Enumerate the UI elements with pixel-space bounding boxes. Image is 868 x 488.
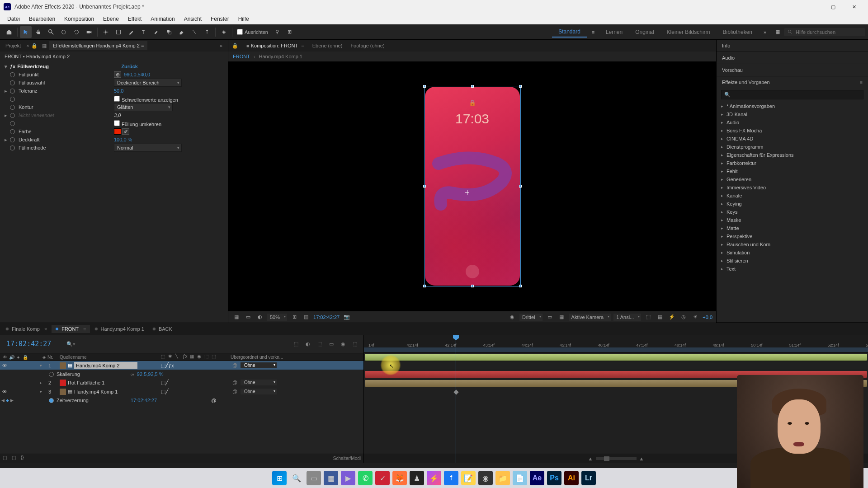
handle-mr[interactable] — [519, 185, 522, 188]
3d-icon[interactable]: ⬚ — [644, 313, 653, 322]
tl-btn-1[interactable]: ⬚ — [292, 340, 300, 348]
link-icon[interactable]: ∞ — [131, 371, 134, 377]
snap-grid-icon[interactable]: ⊞ — [284, 26, 296, 38]
taskbar-app-icon[interactable]: ✓ — [375, 471, 390, 485]
tl-btn-2[interactable]: ◐ — [304, 340, 312, 348]
stopwatch-icon[interactable] — [49, 398, 54, 403]
home-icon[interactable] — [3, 26, 15, 38]
effect-category[interactable]: ▸Simulation — [717, 249, 868, 257]
layer-name[interactable]: Handy.mp4 Komp 2 — [74, 362, 137, 369]
anchor-point-icon[interactable] — [465, 190, 469, 195]
col-solo-icon[interactable]: ● — [15, 354, 21, 360]
taskbar-lr-icon[interactable]: Lr — [581, 471, 596, 485]
effect-name[interactable]: Füllwerkzeug — [17, 64, 121, 69]
timeline-tab[interactable]: Finale Komp× — [2, 325, 51, 333]
kontur-dropdown[interactable]: Glätten — [114, 103, 173, 111]
eyedropper-icon[interactable]: ✐ — [122, 128, 129, 135]
prop-twirl-icon[interactable]: ▸ — [5, 137, 10, 143]
panel-fx-icon[interactable]: ▦ — [40, 42, 48, 50]
type-tool-icon[interactable]: T — [138, 26, 150, 38]
handle-tr[interactable] — [519, 85, 522, 88]
puppet-tool-icon[interactable] — [201, 26, 213, 38]
effect-category[interactable]: ▸Text — [717, 265, 868, 273]
stopwatch-icon[interactable] — [10, 113, 15, 118]
taskbar-notes-icon[interactable]: 📝 — [461, 471, 476, 485]
camera-tool-icon[interactable] — [83, 26, 95, 38]
clone-tool-icon[interactable] — [163, 26, 175, 38]
stopwatch-icon[interactable] — [10, 137, 15, 142]
playhead[interactable] — [456, 335, 456, 463]
tl-foot-3[interactable]: {} — [21, 455, 28, 462]
effect-category[interactable]: ▸Generieren — [717, 175, 868, 183]
menu-fenster[interactable]: Fenster — [206, 14, 234, 23]
effect-category[interactable]: ▸3D-Kanal — [717, 110, 868, 118]
selection-tool-icon[interactable] — [20, 26, 32, 38]
maximize-button[interactable]: ▢ — [823, 0, 844, 14]
workspace-standard[interactable]: Standard — [552, 27, 587, 38]
exposure-icon[interactable]: ☀ — [691, 313, 700, 322]
taskbar-ae-icon[interactable]: Ae — [530, 471, 544, 485]
taskbar-video-icon[interactable]: ▶ — [341, 471, 355, 485]
col-name[interactable]: Quellenname — [58, 355, 161, 360]
pen-tool-icon[interactable] — [125, 26, 137, 38]
timeline-timecode[interactable]: 17:02:42:27 — [0, 338, 57, 350]
mask-icon[interactable]: ◐ — [255, 313, 264, 322]
mocha-icon[interactable]: ◈ — [218, 26, 230, 38]
zoom-out-icon[interactable]: ▲ — [588, 456, 593, 461]
fx-enable-icon[interactable]: ƒx — [10, 64, 15, 69]
tab-projekt[interactable]: Projekt — [2, 41, 24, 50]
taskbar-messenger-icon[interactable]: ⚡ — [427, 471, 441, 485]
effect-category[interactable]: ▸* Animationsvorgaben — [717, 102, 868, 110]
effect-category[interactable]: ▸Fehlt — [717, 167, 868, 175]
pickwhip-icon[interactable]: @ — [232, 389, 239, 395]
camera-dropdown[interactable]: Aktive Kamera — [569, 314, 611, 321]
workspace-lernen[interactable]: Lernen — [599, 27, 629, 37]
fullpunkt-value[interactable]: 960,0,540,0 — [124, 72, 150, 77]
panel-lock-icon[interactable]: 🔒 — [30, 42, 38, 50]
handle-bl[interactable] — [423, 285, 426, 287]
color-swatch[interactable] — [114, 128, 121, 135]
channel-icon[interactable]: ▭ — [244, 313, 253, 322]
tab-effect-controls[interactable]: Effekteinstellungen Handy.mp4 Komp 2 ≡ — [49, 41, 148, 50]
schwellen-checkbox[interactable]: Schwellenwerte anzeigen — [114, 96, 178, 103]
views-dropdown[interactable]: 1 Ansi... — [613, 314, 641, 321]
rotate-tool-icon[interactable] — [71, 26, 82, 38]
parent-dropdown[interactable]: Ohne — [241, 380, 277, 385]
col-audio-icon[interactable]: 🔊 — [9, 354, 14, 360]
minimize-button[interactable]: ─ — [802, 0, 823, 14]
zoom-slider[interactable] — [596, 457, 637, 460]
workspace-bibliotheken[interactable]: Bibliotheken — [717, 27, 759, 37]
eraser-tool-icon[interactable] — [176, 26, 188, 38]
menu-hilfe[interactable]: Hilfe — [234, 14, 254, 23]
stopwatch-icon[interactable] — [10, 72, 15, 77]
kf-prev-icon[interactable]: ◀ — [1, 398, 5, 403]
zoom-dropdown[interactable]: 50% — [267, 314, 287, 321]
exposure-value[interactable]: +0,0 — [703, 314, 712, 320]
stopwatch-icon[interactable] — [10, 80, 15, 85]
stopwatch-icon[interactable] — [10, 89, 15, 94]
tl-btn-6[interactable]: ⬚ — [351, 340, 359, 348]
viewport[interactable]: 🔒 17:03 — [228, 61, 716, 311]
stopwatch-icon[interactable] — [10, 105, 15, 110]
layer-bar[interactable] — [365, 354, 867, 361]
layer-twirl-icon[interactable]: ▸ — [38, 380, 43, 385]
tl-btn-5[interactable]: ◉ — [339, 340, 347, 348]
tl-foot-1[interactable]: ⬚ — [3, 455, 10, 462]
zoom-in-icon[interactable]: ▲ — [639, 456, 644, 461]
prop-twirl-icon[interactable]: ▸ — [5, 88, 10, 94]
menu-ansicht[interactable]: Ansicht — [179, 14, 206, 23]
kf-add-icon[interactable]: ◆ — [5, 398, 9, 403]
region-icon[interactable]: ▭ — [545, 313, 554, 322]
kf-next-icon[interactable]: ▶ — [10, 398, 14, 403]
snap-options-icon[interactable]: ⚲ — [271, 26, 283, 38]
menu-ebene[interactable]: Ebene — [99, 14, 123, 23]
stopwatch-icon[interactable] — [49, 372, 54, 377]
stopwatch-icon[interactable] — [10, 121, 15, 126]
snapshot-icon[interactable]: 📷 — [342, 313, 351, 322]
eye-icon[interactable]: 👁 — [2, 363, 7, 368]
deckkraft-value[interactable]: 100,0 % — [114, 137, 132, 142]
handle-br[interactable] — [519, 285, 522, 287]
alpha-icon[interactable]: ▦ — [232, 313, 241, 322]
anchor-tool-icon[interactable] — [100, 26, 112, 38]
menu-datei[interactable]: Datei — [3, 14, 24, 23]
